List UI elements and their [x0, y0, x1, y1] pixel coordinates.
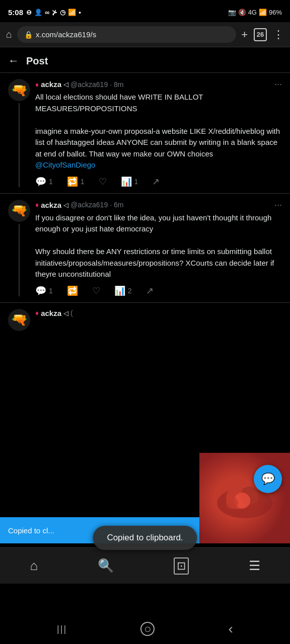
retweet-button-2[interactable]: 🔁: [67, 285, 78, 296]
time-2: 6m: [114, 201, 123, 209]
tweet-1-actions: 💬 1 🔁 1 ♡ 📊 1 ↗: [35, 176, 282, 187]
tweet-2-actions: 💬 1 🔁 ♡ 📊 2 ↗: [35, 285, 282, 296]
android-menu-button[interactable]: |||: [57, 624, 67, 634]
tweet-1-text: All local elections should have WRITE IN…: [35, 92, 282, 171]
tweet-2: 🔫 ♦ ackza ◁ @ackza619 · 6m ··· If you di…: [0, 194, 290, 303]
android-back-icon: ‹: [229, 621, 233, 637]
share-button-2[interactable]: ↗: [146, 285, 154, 296]
android-home-icon: ○: [140, 622, 155, 636]
share-button-1[interactable]: ↗: [152, 176, 160, 187]
views-count-2: 2: [128, 287, 132, 295]
share-icon-1: ↗: [152, 176, 160, 187]
mention-1[interactable]: @CityofSanDiego: [35, 160, 95, 169]
retweet-icon-2: 🔁: [67, 285, 78, 296]
tweet-3-content: ♦ ackza ◁ (: [35, 309, 282, 331]
minus-icon: ⊖: [26, 9, 32, 16]
wifi-icon: 📶: [68, 9, 76, 16]
add-tab-button[interactable]: +: [241, 28, 248, 41]
retweet-icon-1: 🔁: [67, 176, 78, 187]
nav-menu-button[interactable]: ☰: [249, 558, 260, 574]
dot-2: ·: [110, 201, 112, 209]
views-icon-2: 📊: [114, 285, 125, 296]
more-options-button[interactable]: ⋮: [273, 28, 284, 41]
compose-fab[interactable]: 💬: [254, 465, 282, 493]
reply-count-2: 1: [49, 287, 53, 295]
verified-icon-1: ◁: [63, 80, 68, 88]
tweet-1: 🔫 ♦ ackza ◁ @ackza619 · 8m ··· All local…: [0, 73, 290, 194]
views-icon-1: 📊: [121, 176, 132, 187]
android-home-button[interactable]: ○: [140, 622, 155, 636]
reply-button-2[interactable]: 💬 1: [35, 285, 53, 296]
clock-icon: ◷: [60, 9, 65, 16]
nav-search-button[interactable]: 🔍: [98, 558, 114, 574]
tweet-1-user: ♦ ackza ◁ @ackza619 · 8m: [35, 80, 124, 89]
retweet-count-1: 1: [81, 178, 85, 186]
username-3[interactable]: ackza: [41, 309, 61, 317]
post-header: ← Post: [0, 47, 290, 73]
reply-icon-1: 💬: [35, 176, 46, 187]
username-1[interactable]: ackza: [41, 80, 61, 89]
battery: 96%: [269, 9, 282, 16]
back-button[interactable]: ←: [8, 54, 19, 67]
android-back-button[interactable]: ‹: [229, 621, 233, 637]
banner-text: Copied to cl...: [8, 526, 54, 535]
tweet-1-content: ♦ ackza ◁ @ackza619 · 8m ··· All local e…: [35, 79, 282, 187]
more-button-2[interactable]: ···: [274, 200, 282, 210]
thumbnail-overlay: [199, 453, 290, 543]
views-button-2[interactable]: 📊 2: [114, 285, 132, 296]
tab-count-button[interactable]: 26: [254, 28, 267, 41]
views-count-1: 1: [134, 178, 138, 186]
food-image: [199, 453, 290, 543]
dot-1: ·: [110, 80, 112, 89]
status-right: 📷 🔇 4G 📶 96%: [228, 9, 282, 16]
retweet-button-1[interactable]: 🔁 1: [67, 176, 85, 187]
tweet-2-text: If you disagree or don't like the idea, …: [35, 212, 282, 280]
tweet-1-meta: ♦ ackza ◁ @ackza619 · 8m ···: [35, 79, 282, 90]
verified-icon-2: ◁: [63, 201, 68, 209]
android-menu-icon: |||: [57, 624, 67, 634]
browser-actions: + 26 ⋮: [241, 28, 284, 41]
nav-tabs-button[interactable]: ⊡: [174, 557, 189, 575]
reply-icon-2: 💬: [35, 285, 46, 296]
views-button-1[interactable]: 📊 1: [121, 176, 138, 187]
mute-icon: 🔇: [238, 9, 246, 16]
network-icon: 4G: [248, 9, 257, 16]
thread-line-2: [19, 224, 20, 296]
clipboard-toast: Copied to clipboard.: [93, 526, 197, 550]
heart-icon-2: ♡: [92, 285, 100, 296]
url-bar[interactable]: 🔒 x.com/ackza619/s: [17, 26, 236, 43]
url-text: x.com/ackza619/s: [36, 30, 96, 39]
browser-bar: ⌂ 🔒 x.com/ackza619/s + 26 ⋮: [0, 22, 290, 47]
tweet-2-meta: ♦ ackza ◁ @ackza619 · 6m ···: [35, 200, 282, 210]
reply-count-1: 1: [49, 178, 53, 186]
nav-menu-icon: ☰: [249, 558, 260, 574]
nav-home-button[interactable]: ⌂: [30, 558, 38, 574]
thread-line-1: [19, 103, 20, 187]
account-icon: 👤: [34, 9, 42, 16]
status-icons: ⊖ 👤 ∞ ⊁ ◷ 📶 •: [26, 9, 81, 16]
username-2[interactable]: ackza: [41, 201, 61, 209]
time: 5:08: [8, 8, 23, 17]
verified-icon-3: ◁: [63, 309, 68, 317]
svg-point-4: [226, 497, 238, 509]
tweet-3-meta: ♦ ackza ◁ (: [35, 309, 282, 317]
avatar-col-2: 🔫: [8, 200, 30, 296]
more-button-1[interactable]: ···: [274, 79, 282, 90]
status-bar: 5:08 ⊖ 👤 ∞ ⊁ ◷ 📶 • 📷 🔇 4G 📶 96%: [0, 0, 290, 22]
tweet-3-user: ♦ ackza ◁ (: [35, 309, 73, 317]
share-icon-2: ↗: [146, 285, 154, 296]
at-sign-3: (: [70, 309, 73, 317]
toast-text: Copied to clipboard.: [107, 533, 183, 542]
diamond-icon-1: ♦: [35, 80, 39, 89]
tweet-2-content: ♦ ackza ◁ @ackza619 · 6m ··· If you disa…: [35, 200, 282, 296]
compose-icon: 💬: [261, 472, 275, 486]
browser-home-button[interactable]: ⌂: [6, 29, 12, 40]
signal-bars: 📶: [259, 9, 267, 16]
like-button-2[interactable]: ♡: [92, 285, 100, 296]
avatar-col-1: 🔫: [8, 79, 30, 187]
like-button-1[interactable]: ♡: [99, 176, 107, 187]
heart-icon-1: ♡: [99, 176, 107, 187]
reply-button-1[interactable]: 💬 1: [35, 176, 53, 187]
diamond-icon-2: ♦: [35, 201, 39, 209]
nav-home-icon: ⌂: [30, 558, 38, 574]
